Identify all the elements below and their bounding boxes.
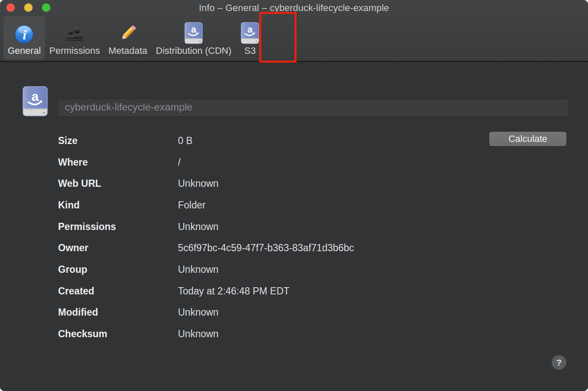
- tab-permissions[interactable]: Permissions: [45, 16, 104, 59]
- svg-text:i: i: [23, 27, 27, 42]
- row-label: Where: [58, 157, 178, 168]
- tab-s3[interactable]: a S3: [236, 16, 264, 59]
- amazon-drive-icon: a: [240, 19, 260, 44]
- row-value: /: [178, 157, 180, 168]
- row-value: Unknown: [178, 264, 219, 275]
- pencil-icon: [118, 19, 138, 44]
- people-icon: [65, 19, 84, 44]
- row-label: Modified: [58, 307, 178, 318]
- row-label: Created: [58, 286, 178, 297]
- info-row-created: Created Today at 2:46:48 PM EDT: [58, 280, 528, 302]
- s3-annotation-box: [259, 12, 297, 63]
- info-row-kind: Kind Folder: [58, 194, 528, 216]
- row-value: Unknown: [178, 221, 219, 233]
- tab-metadata[interactable]: Metadata: [104, 16, 152, 59]
- general-panel: a Calculate Size 0 B Where / Web URL Unk…: [0, 63, 588, 391]
- info-row-owner: Owner 5c6f97bc-4c59-47f7-b363-83af71d3b6…: [58, 237, 528, 259]
- row-value: Today at 2:46:48 PM EDT: [178, 286, 289, 297]
- svg-text:a: a: [247, 24, 253, 35]
- row-label: Checksum: [58, 328, 178, 340]
- traffic-lights: [6, 3, 50, 12]
- row-label: Size: [58, 135, 178, 147]
- tab-general[interactable]: i General: [3, 16, 45, 59]
- svg-text:a: a: [191, 24, 197, 35]
- amazon-drive-icon: a: [21, 86, 49, 118]
- row-value: 0 B: [178, 135, 193, 147]
- tab-distribution-cdn-label: Distribution (CDN): [156, 46, 231, 55]
- toolbar-tabs: i General Permissions: [3, 15, 264, 59]
- info-row-web-url: Web URL Unknown: [58, 173, 528, 194]
- svg-text:a: a: [32, 89, 39, 103]
- row-value: Folder: [178, 200, 205, 211]
- row-label: Permissions: [58, 221, 178, 233]
- row-value: Unknown: [178, 328, 219, 340]
- minimize-button[interactable]: [24, 3, 33, 12]
- tab-s3-label: S3: [244, 46, 256, 55]
- tab-metadata-label: Metadata: [108, 46, 147, 55]
- tab-permissions-label: Permissions: [49, 46, 100, 55]
- info-row-modified: Modified Unknown: [58, 302, 528, 324]
- zoom-button[interactable]: [42, 3, 50, 12]
- row-label: Kind: [58, 200, 178, 211]
- titlebar[interactable]: Info – General – cyberduck-lifecycle-exa…: [0, 0, 588, 14]
- close-button[interactable]: [6, 3, 15, 12]
- info-row-where: Where /: [58, 152, 528, 173]
- window-title: Info – General – cyberduck-lifecycle-exa…: [0, 0, 588, 16]
- info-row-size: Size 0 B: [58, 130, 528, 152]
- info-row-group: Group Unknown: [58, 259, 528, 280]
- info-row-checksum: Checksum Unknown: [58, 323, 528, 345]
- filename-input[interactable]: [59, 99, 568, 116]
- row-value: 5c6f97bc-4c59-47f7-b363-83af71d3b6bc: [178, 242, 354, 254]
- info-row-permissions: Permissions Unknown: [58, 216, 528, 238]
- row-value: Unknown: [178, 178, 219, 189]
- info-icon: i: [14, 19, 34, 44]
- info-rows: Size 0 B Where / Web URL Unknown Kind Fo…: [58, 130, 528, 345]
- row-value: Unknown: [178, 307, 219, 318]
- help-button[interactable]: ?: [552, 355, 566, 370]
- tab-general-label: General: [8, 46, 41, 55]
- row-label: Web URL: [58, 178, 178, 189]
- tab-distribution-cdn[interactable]: a Distribution (CDN): [152, 16, 236, 59]
- amazon-drive-icon: a: [183, 19, 204, 44]
- window-chrome: Info – General – cyberduck-lifecycle-exa…: [0, 0, 588, 62]
- row-label: Group: [58, 264, 178, 275]
- row-label: Owner: [58, 242, 178, 254]
- info-window: Info – General – cyberduck-lifecycle-exa…: [0, 0, 588, 391]
